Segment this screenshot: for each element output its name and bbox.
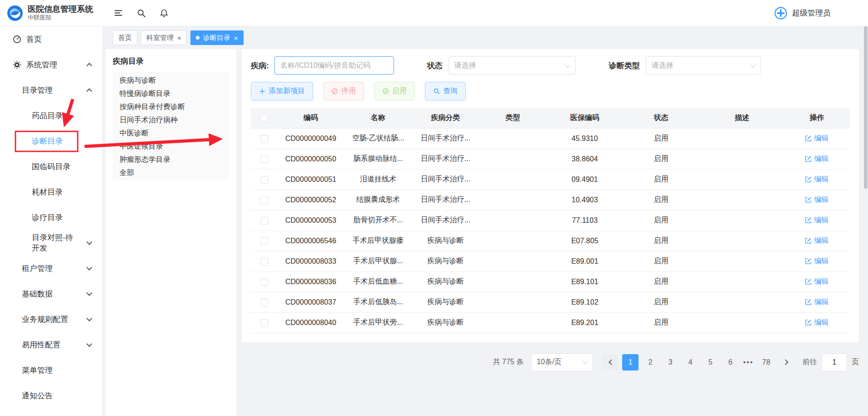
edit-button[interactable]: 编辑 bbox=[805, 195, 828, 205]
disease-search-input[interactable] bbox=[274, 56, 394, 75]
cell-category: 日间手术治疗... bbox=[413, 210, 479, 231]
user-menu[interactable]: 超级管理员 bbox=[774, 6, 868, 20]
gear-icon bbox=[13, 60, 21, 69]
close-icon[interactable]: × bbox=[177, 35, 181, 41]
pagination-more[interactable]: ••• bbox=[743, 358, 753, 366]
row-checkbox[interactable] bbox=[260, 258, 268, 266]
disease-panel-title: 疾病目录 bbox=[113, 56, 229, 66]
status-select[interactable]: 请选择 bbox=[449, 56, 576, 75]
pagination-page-last[interactable]: 78 bbox=[758, 354, 774, 371]
edit-button[interactable]: 编辑 bbox=[805, 154, 828, 164]
diagnosis-type-select[interactable]: 请选择 bbox=[646, 56, 761, 75]
sidebar-item-consumables-catalog[interactable]: 耗材目录 bbox=[0, 179, 102, 205]
enable-button[interactable]: 启用 bbox=[374, 82, 415, 100]
pagination-page-1[interactable]: 1 bbox=[622, 354, 639, 371]
tab-dept-mgmt[interactable]: 科室管理 × bbox=[141, 30, 187, 45]
disease-catalog-item[interactable]: 按病种目录付费诊断 bbox=[113, 100, 229, 113]
disable-button[interactable]: 停用 bbox=[323, 82, 364, 100]
cell-category: 日间手术治疗... bbox=[413, 149, 479, 169]
row-checkbox[interactable] bbox=[260, 278, 268, 286]
pagination-prev-button[interactable] bbox=[602, 354, 619, 371]
sidebar-item-business-rules[interactable]: 业务规则配置 bbox=[0, 306, 102, 332]
sidebar-item-catalog-compare[interactable]: 目录对照-待开发 bbox=[0, 230, 102, 256]
sidebar-item-notice[interactable]: 通知公告 bbox=[0, 383, 102, 408]
disease-catalog-item[interactable]: 全部 bbox=[113, 166, 229, 179]
app-logo bbox=[6, 5, 24, 22]
disease-catalog-item[interactable]: 特慢病诊断目录 bbox=[113, 87, 229, 100]
pagination-page-4[interactable]: 4 bbox=[682, 354, 698, 371]
select-all-checkbox[interactable] bbox=[260, 114, 268, 122]
disease-catalog-item[interactable]: 肿瘤形态学目录 bbox=[113, 153, 229, 166]
sidebar-item-catalog-mgmt[interactable]: 目录管理 bbox=[0, 77, 102, 103]
cell-category: 日间手术治疗... bbox=[413, 190, 479, 210]
cell-insurance-code: E89.201 bbox=[547, 312, 622, 333]
row-checkbox[interactable] bbox=[260, 135, 268, 143]
row-checkbox[interactable] bbox=[260, 319, 268, 327]
sidebar-item-tenant-mgmt[interactable]: 租户管理 bbox=[0, 256, 102, 281]
collapse-menu-icon[interactable] bbox=[114, 8, 123, 18]
sidebar-item-system[interactable]: 系统管理 bbox=[0, 52, 102, 77]
sidebar-item-treatment-catalog[interactable]: 诊疗目录 bbox=[0, 205, 102, 230]
column-header: 状态 bbox=[622, 108, 700, 128]
header-icons bbox=[114, 8, 169, 18]
cell-code: CD0000006546 bbox=[278, 231, 344, 251]
pagination-page-6[interactable]: 6 bbox=[722, 354, 738, 371]
cell-insurance-code: 09.4901 bbox=[547, 169, 622, 190]
bell-icon[interactable] bbox=[160, 9, 169, 18]
row-checkbox[interactable] bbox=[260, 299, 268, 306]
edit-button[interactable]: 编辑 bbox=[805, 175, 828, 184]
edit-icon bbox=[805, 278, 812, 285]
edit-button[interactable]: 编辑 bbox=[805, 297, 828, 307]
query-button[interactable]: 查询 bbox=[425, 82, 466, 100]
edit-button[interactable]: 编辑 bbox=[805, 216, 828, 225]
check-circle-icon bbox=[382, 88, 389, 95]
column-header: 类型 bbox=[479, 108, 548, 128]
disease-catalog-item[interactable]: 疾病与诊断 bbox=[113, 74, 229, 87]
row-checkbox[interactable] bbox=[260, 196, 268, 204]
sidebar-item-menu-mgmt[interactable]: 菜单管理 bbox=[0, 357, 102, 383]
row-checkbox[interactable] bbox=[260, 217, 268, 225]
pagination-page-5[interactable]: 5 bbox=[702, 354, 718, 371]
edit-button[interactable]: 编辑 bbox=[805, 277, 828, 286]
edit-button[interactable]: 编辑 bbox=[805, 134, 828, 143]
row-checkbox[interactable] bbox=[260, 237, 268, 245]
cell-name: 肠系膜动脉结... bbox=[344, 149, 413, 169]
sidebar-item-national-code-catalog[interactable]: 国临码目录 bbox=[0, 154, 102, 179]
pagination-next-button[interactable] bbox=[778, 354, 794, 371]
sidebar-item-drug-catalog[interactable]: 药品目录 bbox=[0, 103, 102, 128]
edit-button[interactable]: 编辑 bbox=[805, 318, 828, 327]
column-header: 疾病分类 bbox=[413, 108, 479, 128]
search-icon[interactable] bbox=[137, 9, 146, 18]
pagination-page-2[interactable]: 2 bbox=[642, 354, 658, 371]
edit-button[interactable]: 编辑 bbox=[805, 236, 828, 246]
sidebar-item-basic-data[interactable]: 基础数据 bbox=[0, 281, 102, 306]
table-row: CD0000008036 手术后低血糖... 疾病与诊断 E89.101 启用 bbox=[251, 271, 850, 292]
disease-filter-label: 疾病: bbox=[251, 60, 269, 71]
disease-catalog-item[interactable]: 日间手术治疗病种 bbox=[113, 113, 229, 126]
pagination-page-3[interactable]: 3 bbox=[662, 354, 678, 371]
sidebar-item-diagnosis-catalog[interactable]: 诊断目录 bbox=[0, 128, 102, 154]
disease-catalog-item[interactable]: 中医证候目录 bbox=[113, 140, 229, 153]
edit-label: 编辑 bbox=[814, 277, 828, 286]
tab-home[interactable]: 首页 bbox=[113, 30, 137, 45]
sidebar-item-label: 目录对照-待开发 bbox=[32, 232, 79, 253]
cell-code: CD0000008037 bbox=[278, 292, 344, 312]
tab-diagnosis-catalog[interactable]: 诊断目录 × bbox=[190, 30, 244, 45]
row-checkbox[interactable] bbox=[260, 155, 268, 163]
sidebar-item-home[interactable]: 首页 bbox=[0, 26, 102, 52]
sidebar-item-usability-config[interactable]: 易用性配置 bbox=[0, 332, 102, 357]
disease-catalog-item[interactable]: 中医诊断 bbox=[113, 126, 229, 140]
table-row: CD0000000049 空肠-乙状结肠... 日间手术治疗... 45.931… bbox=[251, 128, 850, 149]
edit-button[interactable]: 编辑 bbox=[805, 256, 828, 266]
edit-icon bbox=[805, 258, 812, 265]
page-size-select[interactable]: 10条/页 bbox=[531, 353, 593, 371]
sidebar-item-label: 系统管理 bbox=[26, 60, 57, 70]
row-checkbox[interactable] bbox=[260, 176, 268, 184]
goto-page-input[interactable] bbox=[822, 353, 847, 371]
scrollbar-thumb[interactable] bbox=[864, 26, 868, 189]
add-item-button[interactable]: 添加新项目 bbox=[251, 82, 313, 100]
table-header-row: 编码 名称 疾病分类 类型 医保编码 状态 描述 操作 bbox=[251, 108, 850, 128]
cell-name: 手术后低血糖... bbox=[344, 271, 413, 292]
close-icon[interactable]: × bbox=[234, 35, 238, 41]
chevron-down-icon bbox=[86, 239, 92, 245]
